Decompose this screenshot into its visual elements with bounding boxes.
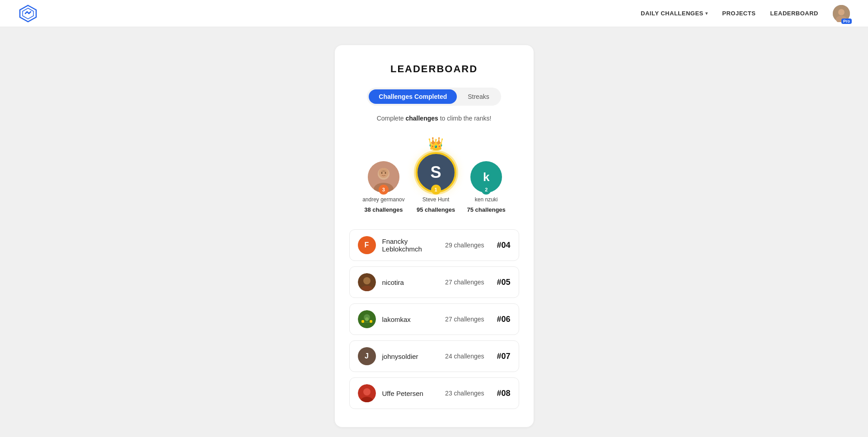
row-name: Fnancky Leblokchmch — [382, 237, 439, 253]
row-avatar — [358, 273, 376, 291]
row-challenges: 27 challenges — [445, 279, 484, 286]
svg-point-3 — [838, 9, 845, 15]
svg-point-10 — [381, 172, 382, 174]
svg-point-9 — [379, 168, 389, 178]
row-rank: #06 — [491, 315, 511, 324]
podium-third: 3 andrey germanov 38 challenges — [362, 161, 404, 213]
svg-point-13 — [363, 277, 371, 284]
row-name: nicotira — [382, 279, 439, 286]
row-name: lakomkax — [382, 316, 439, 323]
subtitle: Complete challenges to climb the ranks! — [349, 115, 519, 122]
podium-first-challenges: 95 challenges — [417, 206, 455, 213]
leaderboard-card: LEADERBOARD Challenges Completed Streaks… — [335, 45, 534, 427]
rank-badge-second: 2 — [481, 185, 491, 195]
row-avatar — [358, 384, 376, 402]
row-challenges: 24 challenges — [445, 353, 484, 360]
row-name: Uffe Petersen — [382, 390, 439, 397]
row-rank: #05 — [491, 278, 511, 287]
row-challenges: 29 challenges — [445, 242, 484, 249]
nav-daily-challenges[interactable]: DAILY CHALLENGES ▾ — [641, 10, 708, 17]
podium-first-avatar: S 1 — [416, 152, 456, 193]
podium-first: 👑 S 1 Steve Hunt 95 challenges — [416, 136, 456, 213]
list-item[interactable]: F Fnancky Leblokchmch 29 challenges #04 — [349, 229, 519, 261]
tab-streaks[interactable]: Streaks — [458, 89, 499, 104]
row-rank: #04 — [491, 241, 511, 250]
tab-challenges-completed[interactable]: Challenges Completed — [369, 89, 457, 104]
podium: 3 andrey germanov 38 challenges 👑 S 1 St… — [349, 136, 519, 213]
podium-first-name: Steve Hunt — [422, 196, 449, 203]
nav-links: DAILY CHALLENGES ▾ PROJECTS LEADERBOARD … — [641, 5, 850, 22]
svg-rect-17 — [361, 320, 364, 323]
pro-badge: Pro — [841, 19, 852, 24]
row-challenges: 27 challenges — [445, 316, 484, 323]
podium-second-avatar: k 2 — [470, 161, 502, 193]
podium-second-challenges: 75 challenges — [467, 206, 506, 213]
list-item[interactable]: Uffe Petersen 23 challenges #08 — [349, 377, 519, 409]
row-name: johnysoldier — [382, 353, 439, 360]
nav-leaderboard[interactable]: LEADERBOARD — [770, 10, 818, 17]
rank-badge-third: 3 — [379, 185, 389, 195]
row-challenges: 23 challenges — [445, 390, 484, 397]
leaderboard-list: F Fnancky Leblokchmch 29 challenges #04 … — [349, 229, 519, 409]
svg-marker-1 — [23, 8, 33, 19]
podium-third-avatar: 3 — [368, 161, 399, 193]
avatar[interactable]: Pro — [833, 5, 850, 22]
logo[interactable] — [18, 4, 38, 23]
page-title: LEADERBOARD — [349, 63, 519, 75]
main-content: LEADERBOARD Challenges Completed Streaks… — [0, 27, 868, 437]
svg-rect-18 — [370, 320, 372, 323]
navbar: DAILY CHALLENGES ▾ PROJECTS LEADERBOARD … — [0, 0, 868, 27]
podium-second-name: ken nzuki — [475, 196, 498, 203]
svg-point-11 — [385, 172, 386, 174]
podium-third-name: andrey germanov — [362, 196, 404, 203]
chevron-down-icon: ▾ — [705, 11, 708, 16]
row-avatar: F — [358, 236, 376, 254]
list-item[interactable]: nicotira 27 challenges #05 — [349, 266, 519, 298]
svg-point-21 — [363, 388, 371, 395]
row-avatar — [358, 310, 376, 328]
tabs-container: Challenges Completed Streaks — [349, 88, 519, 106]
podium-second: k 2 ken nzuki 75 challenges — [467, 161, 506, 213]
tabs: Challenges Completed Streaks — [367, 88, 501, 106]
rank-badge-first: 1 — [431, 185, 441, 195]
row-rank: #08 — [491, 389, 511, 398]
svg-point-19 — [365, 317, 369, 321]
row-rank: #07 — [491, 352, 511, 361]
list-item[interactable]: J johnysoldier 24 challenges #07 — [349, 340, 519, 372]
list-item[interactable]: lakomkax 27 challenges #06 — [349, 303, 519, 335]
podium-third-challenges: 38 challenges — [364, 206, 403, 213]
row-avatar: J — [358, 347, 376, 365]
nav-projects[interactable]: PROJECTS — [722, 10, 755, 17]
crown-icon: 👑 — [428, 136, 444, 151]
